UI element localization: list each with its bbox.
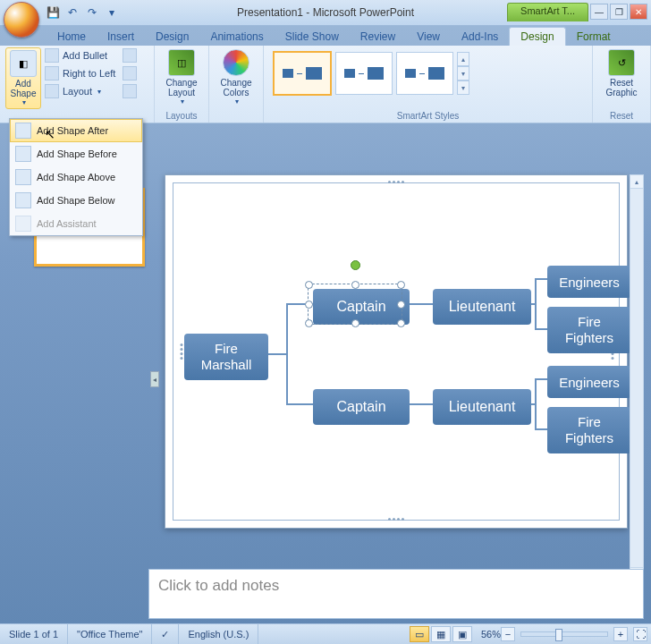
tab-animations[interactable]: Animations [199, 28, 274, 46]
add-shape-icon: ◧ [10, 50, 37, 77]
change-layout-label: Change Layout [165, 78, 197, 97]
zoom-slider[interactable] [520, 631, 608, 637]
selection-handle[interactable] [305, 301, 313, 309]
menu-add-shape-below-label: Add Shape Below [37, 195, 114, 206]
right-to-left-label: Right to Left [63, 68, 115, 79]
spellcheck-icon[interactable]: ✓ [152, 624, 179, 644]
selection-handle[interactable] [397, 301, 405, 309]
connector [286, 403, 313, 405]
notes-pane[interactable]: Click to add notes [148, 569, 644, 619]
smartart-style-thumb-3[interactable] [396, 52, 453, 95]
zoom-in-button[interactable]: + [613, 627, 628, 641]
change-layout-icon: ◫ [168, 49, 195, 76]
restore-button[interactable]: ❐ [610, 4, 628, 20]
smartart-frame[interactable]: Fire Marshall Captain Captain Lieutenant… [173, 182, 620, 521]
layout-icon [45, 84, 59, 98]
tab-home[interactable]: Home [46, 28, 97, 46]
node-engineers-1[interactable]: Engineers [547, 266, 631, 298]
language-indicator[interactable]: English (U.S.) [179, 624, 258, 644]
add-shape-dropdown-menu: Add Shape After Add Shape Before Add Sha… [9, 118, 143, 236]
tab-design[interactable]: Design [145, 28, 199, 46]
minimize-button[interactable]: — [590, 4, 608, 20]
redo-icon[interactable]: ↷ [84, 4, 100, 21]
add-bullet-button[interactable]: Add Bullet [43, 47, 117, 64]
slide-editor: ◂ [148, 139, 644, 581]
tab-view[interactable]: View [406, 28, 451, 46]
tab-slideshow[interactable]: Slide Show [275, 28, 350, 46]
selection-handle[interactable] [351, 281, 359, 289]
undo-icon[interactable]: ↶ [64, 4, 80, 21]
demote-button[interactable] [121, 65, 139, 81]
arrow-down-icon [123, 66, 137, 80]
layout-button[interactable]: Layout [43, 83, 117, 99]
node-lieutenant-2[interactable]: Lieutenant [433, 389, 531, 425]
connector [535, 378, 537, 428]
reset-graphic-icon: ↺ [608, 49, 635, 76]
smartart-style-thumb-2[interactable] [335, 52, 393, 95]
office-button[interactable] [4, 2, 39, 38]
node-captain-2[interactable]: Captain [313, 389, 410, 425]
menu-add-shape-before[interactable]: Add Shape Before [10, 142, 142, 165]
selection-handle[interactable] [397, 319, 405, 327]
zoom-percent[interactable]: 56% [481, 629, 501, 640]
text-pane-button[interactable] [121, 83, 139, 99]
selection-handle[interactable] [305, 281, 313, 289]
qat-customize-icon[interactable]: ▾ [104, 4, 120, 21]
smartart-style-thumb-1[interactable] [273, 51, 332, 96]
tab-addins[interactable]: Add-Ins [451, 28, 509, 46]
node-fire-marshall[interactable]: Fire Marshall [184, 334, 268, 380]
text-pane-toggle-icon[interactable]: ◂ [150, 371, 159, 387]
connector [535, 378, 547, 380]
gallery-more-button[interactable]: ▾ [457, 80, 469, 95]
add-above-icon [15, 169, 31, 185]
layout-label: Layout [63, 86, 92, 97]
menu-add-shape-below[interactable]: Add Shape Below [10, 189, 142, 212]
save-icon[interactable]: 💾 [45, 4, 61, 21]
menu-add-shape-after[interactable]: Add Shape After [10, 119, 142, 142]
connector [535, 278, 537, 328]
slide-canvas[interactable]: Fire Marshall Captain Captain Lieutenant… [165, 174, 628, 529]
change-colors-icon [223, 49, 249, 76]
frame-handle-top[interactable] [386, 181, 406, 185]
add-assistant-icon [15, 216, 31, 232]
add-shape-button[interactable]: ◧ Add Shape [5, 47, 41, 109]
tab-review[interactable]: Review [350, 28, 406, 46]
scroll-up-icon[interactable]: ▴ [630, 175, 643, 189]
normal-view-button[interactable]: ▭ [410, 626, 429, 642]
zoom-out-button[interactable]: − [501, 627, 515, 641]
close-button[interactable]: ✕ [630, 4, 647, 20]
quick-access-toolbar: 💾 ↶ ↷ ▾ [45, 4, 120, 21]
tab-insert[interactable]: Insert [97, 28, 145, 46]
node-firefighters-1[interactable]: Fire Fighters [547, 307, 631, 353]
rotation-handle[interactable] [351, 260, 360, 270]
frame-handle-bottom[interactable] [386, 518, 406, 522]
gallery-scroll-up[interactable]: ▴ [457, 52, 469, 66]
tab-smartart-design[interactable]: Design [509, 27, 565, 46]
change-colors-button[interactable]: Change Colors [215, 47, 258, 107]
vertical-scrollbar[interactable]: ▴ ▾ [630, 174, 644, 581]
fit-to-window-button[interactable]: ⛶ [633, 627, 647, 641]
add-below-icon [15, 192, 31, 208]
status-bar: Slide 1 of 1 "Office Theme" ✓ English (U… [0, 623, 651, 644]
node-lieutenant-1[interactable]: Lieutenant [433, 289, 531, 325]
promote-button[interactable] [121, 47, 139, 64]
right-to-left-button[interactable]: Right to Left [43, 65, 117, 81]
tab-smartart-format[interactable]: Format [566, 28, 621, 46]
node-firefighters-2[interactable]: Fire Fighters [547, 407, 631, 453]
selection-handle[interactable] [305, 319, 313, 327]
selection-handle[interactable] [351, 319, 359, 327]
zoom-slider-thumb[interactable] [555, 629, 562, 641]
selection-handle[interactable] [397, 281, 405, 289]
selection-outline [308, 284, 402, 325]
layouts-group-label: Layouts [160, 111, 203, 121]
reset-graphic-button[interactable]: ↺ Reset Graphic [598, 47, 645, 99]
connector [535, 428, 547, 430]
gallery-scroll-down[interactable]: ▾ [457, 66, 469, 80]
change-layout-button[interactable]: ◫ Change Layout [160, 47, 203, 107]
menu-add-shape-above[interactable]: Add Shape Above [10, 165, 142, 189]
slideshow-view-button[interactable]: ▣ [452, 626, 472, 642]
frame-handle-left[interactable] [179, 342, 183, 361]
sorter-view-button[interactable]: ▦ [431, 626, 451, 642]
node-engineers-2[interactable]: Engineers [547, 366, 631, 398]
text-pane-icon [123, 84, 137, 98]
